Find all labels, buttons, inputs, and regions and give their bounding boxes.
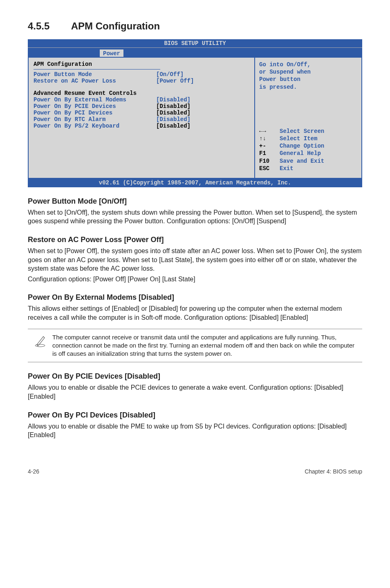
- setting-label: Power Button Mode: [34, 71, 156, 78]
- svg-line-2: [37, 345, 38, 346]
- setting-ext-modems[interactable]: Power On By External Modems [Disabled]: [34, 97, 249, 103]
- bios-help-text: Go into On/Off, or Suspend when Power bu…: [259, 61, 357, 91]
- setting-value: [Power Off]: [156, 78, 194, 84]
- setting-restore-ac-loss[interactable]: Restore on AC Power Loss [Power Off]: [34, 78, 249, 84]
- page-footer: 4-26 Chapter 4: BIOS setup: [28, 468, 362, 475]
- setting-ps2-keyboard[interactable]: Power On By PS/2 Keyboard [Disabled]: [34, 123, 249, 129]
- legend-action: Select Screen: [280, 128, 324, 135]
- subheading-pci: Power On By PCI Devices [Disabled]: [28, 411, 362, 420]
- note-text: The computer cannot receive or transmit …: [52, 333, 359, 358]
- setting-value: [On/Off]: [156, 71, 184, 78]
- paragraph: This allows either settings of [Enabled]…: [28, 304, 362, 322]
- setting-value: [Disabled]: [156, 97, 191, 103]
- paragraph: Allows you to enable or disable the PCIE…: [28, 383, 362, 401]
- help-line: or Suspend when: [259, 68, 357, 76]
- legend-key-updown: ↑↓: [259, 135, 280, 142]
- help-line: is pressed.: [259, 83, 357, 91]
- legend-action: Change Option: [280, 142, 324, 150]
- subheading-power-button-mode: Power Button Mode [On/Off]: [28, 197, 362, 206]
- bios-group-title: Advanced Resume Event Controls: [34, 90, 249, 97]
- section-heading: 4.5.5 APM Configuration: [28, 20, 362, 32]
- section-title: APM Configuration: [71, 20, 160, 31]
- paragraph: Configuration options: [Power Off] [Powe…: [28, 275, 362, 284]
- page-number: 4-26: [28, 468, 39, 475]
- bios-footer: v02.61 (C)Copyright 1985-2007, American …: [28, 178, 362, 187]
- paragraph: Allows you to enable or disable the PME …: [28, 422, 362, 440]
- setting-power-button-mode[interactable]: Power Button Mode [On/Off]: [34, 71, 249, 78]
- setting-label: Restore on AC Power Loss: [34, 78, 156, 84]
- bios-section-apm: APM Configuration: [34, 61, 249, 67]
- bios-right-pane: Go into On/Off, or Suspend when Power bu…: [255, 58, 362, 178]
- section-number: 4.5.5: [28, 20, 69, 32]
- setting-value: [Disabled]: [156, 123, 191, 129]
- bios-legend: ←→Select Screen ↑↓Select Item +-Change O…: [259, 128, 357, 172]
- setting-label: Power On By PCIE Devices: [34, 103, 156, 110]
- subheading-pcie: Power On By PCIE Devices [Disabled]: [28, 372, 362, 381]
- setting-pci-devices[interactable]: Power On By PCI Devices [Disabled]: [34, 110, 249, 116]
- subheading-external-modems: Power On By External Modems [Disabled]: [28, 293, 362, 302]
- legend-key-f1: F1: [259, 150, 280, 157]
- legend-action: Select Item: [280, 135, 317, 142]
- setting-label: Power On By RTC Alarm: [34, 116, 156, 123]
- legend-action: General Help: [280, 150, 321, 157]
- legend-key-arrows: ←→: [259, 128, 280, 135]
- bios-panel: BIOS SETUP UTILITY Power APM Configurati…: [28, 39, 362, 187]
- pencil-icon: [28, 333, 52, 358]
- setting-value: [Disabled]: [156, 116, 191, 123]
- setting-value: [Disabled]: [156, 110, 191, 116]
- setting-pcie-devices[interactable]: Power On By PCIE Devices [Disabled]: [34, 103, 249, 110]
- help-line: Power button: [259, 76, 357, 83]
- help-line: Go into On/Off,: [259, 61, 357, 68]
- setting-label: Power On By PCI Devices: [34, 110, 156, 116]
- subheading-restore-ac: Restore on AC Power Loss [Power Off]: [28, 236, 362, 244]
- bios-tab-power[interactable]: Power: [99, 49, 124, 57]
- chapter-label: Chapter 4: BIOS setup: [305, 468, 362, 475]
- note-box: The computer cannot receive or transmit …: [28, 329, 362, 363]
- legend-key-esc: ESC: [259, 165, 280, 172]
- legend-key-plusminus: +-: [259, 142, 280, 150]
- setting-label: Power On By PS/2 Keyboard: [34, 123, 156, 129]
- legend-action: Exit: [280, 165, 294, 172]
- legend-action: Save and Exit: [280, 157, 324, 165]
- paragraph: When set to [On/Off], the system shuts d…: [28, 208, 362, 226]
- setting-label: Power On By External Modems: [34, 97, 156, 103]
- legend-key-f10: F10: [259, 157, 280, 165]
- bios-tab-bar: Power: [28, 48, 362, 57]
- paragraph: When set to [Power Off], the system goes…: [28, 247, 362, 273]
- setting-rtc-alarm[interactable]: Power On By RTC Alarm [Disabled]: [34, 116, 249, 123]
- setting-value: [Disabled]: [156, 103, 191, 110]
- bios-left-pane: APM Configuration Power Button Mode [On/…: [28, 58, 255, 178]
- bios-title: BIOS SETUP UTILITY: [28, 39, 362, 48]
